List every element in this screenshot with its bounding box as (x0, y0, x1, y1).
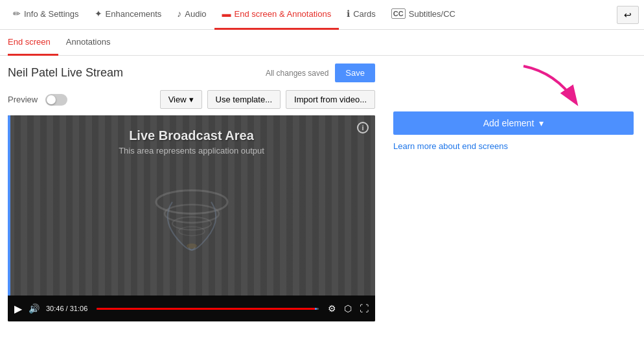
tab-end-screen[interactable]: End screen (8, 30, 58, 56)
save-button[interactable]: Save (335, 64, 375, 82)
content-area: Neil Patel Live Stream All changes saved… (0, 56, 644, 329)
add-element-button[interactable]: Add element ▾ (393, 111, 634, 135)
edit-icon: ✏ (13, 8, 21, 19)
end-screen-icon: ▬ (222, 8, 231, 19)
video-player: Live Broadcast Area This area represents… (8, 115, 375, 321)
back-button[interactable]: ↩ (617, 6, 639, 24)
preview-label: Preview (8, 95, 38, 104)
nav-end-screen[interactable]: ▬ End screen & Annotations (214, 0, 339, 30)
nav-audio-label: Audio (185, 9, 206, 19)
use-template-button[interactable]: Use template... (207, 90, 281, 109)
preview-row: Preview View ▾ Use template... Import fr… (8, 90, 375, 109)
progress-fill (97, 308, 316, 310)
progress-bar[interactable] (97, 308, 319, 310)
nav-cards[interactable]: ℹ Cards (339, 0, 384, 30)
top-nav: ✏ Info & Settings ✦ Enhancements ♪ Audio… (0, 0, 644, 30)
import-from-video-button[interactable]: Import from video... (286, 90, 375, 109)
header-right: All changes saved Save (266, 64, 375, 82)
header-row: Neil Patel Live Stream All changes saved… (8, 64, 375, 82)
time-display: 30:46 / 31:06 (46, 305, 87, 312)
audio-icon: ♪ (177, 8, 181, 19)
volume-button[interactable]: 🔊 (29, 303, 40, 314)
nav-enhancements[interactable]: ✦ Enhancements (87, 0, 170, 30)
view-button[interactable]: View ▾ (160, 90, 202, 109)
arrow-annotation (517, 60, 595, 111)
left-panel: Neil Patel Live Stream All changes saved… (0, 56, 383, 329)
toolbar-buttons: View ▾ Use template... Import from video… (160, 90, 375, 109)
video-sub-label: This area represents application output (8, 146, 375, 156)
cards-icon: ℹ (347, 8, 350, 19)
video-main-label: Live Broadcast Area (8, 128, 375, 143)
cc-icon: CC (391, 8, 406, 19)
nav-audio[interactable]: ♪ Audio (169, 0, 214, 30)
nav-info-settings-label: Info & Settings (24, 9, 79, 19)
play-button[interactable]: ▶ (14, 303, 22, 315)
nav-cards-label: Cards (353, 9, 376, 19)
sub-nav: End screen Annotations (0, 30, 644, 56)
video-swirl (146, 183, 237, 262)
video-info-icon[interactable]: i (357, 122, 369, 133)
tab-annotations[interactable]: Annotations (58, 30, 119, 56)
settings-icon[interactable]: ⚙ (328, 303, 336, 314)
video-background: Live Broadcast Area This area represents… (8, 115, 375, 321)
fullscreen-icon[interactable]: ⛶ (360, 303, 369, 314)
arrow-container (393, 66, 634, 105)
enhancements-icon: ✦ (95, 8, 102, 19)
nav-enhancements-label: Enhancements (106, 9, 162, 19)
dropdown-arrow-icon: ▾ (189, 95, 194, 104)
dropdown-caret-icon: ▾ (539, 118, 544, 128)
right-panel: Add element ▾ Learn more about end scree… (383, 56, 644, 329)
video-title: Neil Patel Live Stream (8, 66, 123, 80)
preview-toggle[interactable] (45, 94, 67, 106)
nav-subtitles-label: Subtitles/CC (409, 9, 455, 19)
svg-point-4 (187, 244, 197, 249)
video-label-area: Live Broadcast Area This area represents… (8, 128, 375, 156)
learn-more-link[interactable]: Learn more about end screens (393, 141, 634, 151)
cast-icon[interactable]: ⬡ (344, 303, 352, 314)
nav-end-screen-label: End screen & Annotations (235, 9, 332, 19)
save-status: All changes saved (266, 69, 328, 78)
svg-point-3 (179, 227, 205, 236)
nav-info-settings[interactable]: ✏ Info & Settings (5, 0, 87, 30)
video-controls: ▶ 🔊 30:46 / 31:06 ⚙ ⬡ ⛶ (8, 296, 375, 321)
nav-subtitles[interactable]: CC Subtitles/CC (384, 0, 463, 30)
right-controls: ⚙ ⬡ ⛶ (328, 303, 369, 314)
